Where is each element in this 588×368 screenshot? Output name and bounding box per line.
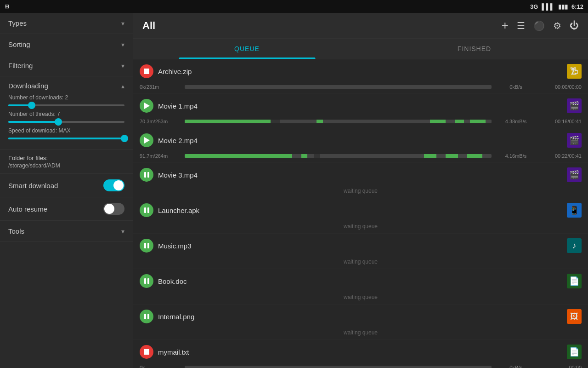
file-type-icon: 🎬 (567, 133, 582, 148)
pause-bar (147, 172, 149, 178)
chevron-down-icon: ▾ (121, 41, 124, 48)
download-header: Movie 3.mp4 🎬 (133, 163, 588, 187)
play-button[interactable] (140, 133, 153, 147)
progress-speed: 4.38mB/s (495, 119, 537, 124)
main-content: All + ☰ ⚫ ⚙ ⏻ QUEUE FINISHED Archive.zip… (133, 13, 588, 368)
num-downloads-label: Number of downloads: 2 (8, 94, 124, 101)
globe-icon[interactable]: ⚫ (533, 20, 545, 31)
pause-bar (147, 314, 149, 319)
add-button[interactable]: + (502, 18, 509, 33)
sidebar-item-types[interactable]: Types ▾ (0, 13, 133, 34)
progress-row: 70.3m/253m 4.38mB/s 00:16/00:41 (133, 118, 588, 128)
list-item: Archive.zip 🗜 0k/231m 0kB/s 00:00/00:00 (133, 59, 588, 94)
download-filename: Archive.zip (158, 68, 562, 75)
pause-icon (144, 314, 149, 319)
download-filename: mymail.txt (158, 348, 562, 356)
pause-button[interactable] (140, 310, 153, 323)
list-item: mymail.txt 📄 0k 0kB/s 00:00 (133, 340, 588, 368)
pause-bar (144, 207, 146, 213)
progress-speed: 0kB/s (495, 365, 537, 368)
smart-download-toggle[interactable] (103, 179, 124, 191)
download-filename: Movie 3.mp4 (158, 171, 562, 179)
file-type-icon: 🗜 (567, 64, 582, 79)
list-item: Internal.png 🖼 waiting queue (133, 305, 588, 340)
sidebar-item-downloading: Downloading ▴ Number of downloads: 2 Num… (0, 76, 133, 150)
list-icon[interactable]: ☰ (517, 20, 525, 31)
pause-bar (147, 278, 149, 284)
filtering-label: Filtering (8, 62, 33, 69)
download-filename: Book.doc (158, 277, 562, 285)
download-filename: Movie 1.mp4 (158, 102, 562, 110)
pause-icon (144, 172, 149, 178)
chevron-down-icon: ▾ (121, 20, 124, 27)
play-icon (144, 137, 150, 144)
pause-button[interactable] (140, 168, 153, 182)
signal-icon: ▌▌▌ (542, 3, 554, 10)
auto-resume-knob (104, 204, 114, 214)
types-label: Types (8, 19, 27, 27)
page-title: All (142, 20, 502, 32)
file-type-icon: 🖼 (567, 309, 582, 324)
sidebar-item-sorting[interactable]: Sorting ▾ (0, 34, 133, 55)
folder-label: Folder for files: (8, 155, 124, 161)
progress-track (185, 120, 492, 123)
auto-resume-toggle[interactable] (103, 203, 124, 215)
download-filename: Launcher.apk (158, 207, 562, 214)
network-indicator: 3G (530, 3, 538, 10)
speed-slider[interactable] (8, 138, 124, 139)
settings-icon[interactable]: ⚙ (553, 20, 561, 31)
pause-button[interactable] (140, 239, 153, 253)
sidebar-item-tools[interactable]: Tools ▾ (0, 221, 133, 242)
num-threads-thumb[interactable] (55, 118, 62, 126)
stop-icon (144, 349, 149, 355)
progress-time: 00:00/00:00 (540, 84, 582, 90)
sidebar-item-filtering[interactable]: Filtering ▾ (0, 55, 133, 76)
progress-size: 0k/231m (140, 84, 181, 90)
battery-icon: ▮▮▮ (558, 3, 568, 10)
downloading-header[interactable]: Downloading ▴ (8, 82, 124, 90)
file-type-icon: ♪ (567, 238, 582, 253)
progress-time: 00:00 (540, 365, 582, 368)
pause-button[interactable] (140, 274, 153, 288)
download-filename: Internal.png (158, 313, 562, 321)
power-icon[interactable]: ⏻ (570, 20, 579, 31)
num-downloads-slider[interactable] (8, 104, 124, 106)
speed-thumb[interactable] (121, 135, 128, 142)
tab-finished[interactable]: FINISHED (361, 39, 588, 59)
progress-time: 00:16/00:41 (540, 119, 582, 124)
file-type-icon: 📄 (567, 345, 582, 359)
tab-queue[interactable]: QUEUE (133, 39, 361, 59)
stop-button[interactable] (140, 64, 153, 78)
progress-time: 00:22/00:41 (540, 153, 582, 159)
toolbar: All + ☰ ⚫ ⚙ ⏻ (133, 13, 588, 39)
progress-row: 91.7m/264m 4.16mB/s 00:22/00:41 (133, 152, 588, 162)
list-item: Movie 3.mp4 🎬 waiting queue (133, 163, 588, 198)
tools-label: Tools (8, 227, 24, 235)
app-icon: ⊞ (5, 3, 9, 10)
smart-download-label: Smart download (8, 182, 58, 190)
app-container: Types ▾ Sorting ▾ Filtering ▾ Downloadin… (0, 13, 588, 368)
list-item: Launcher.apk 📱 waiting queue (133, 198, 588, 234)
download-header: Movie 2.mp4 🎬 (133, 128, 588, 152)
play-button[interactable] (140, 99, 153, 113)
sorting-label: Sorting (8, 40, 30, 48)
download-header: Book.doc 📄 (133, 269, 588, 293)
num-threads-slider[interactable] (8, 121, 124, 123)
file-type-icon: 📱 (567, 203, 582, 218)
sidebar: Types ▾ Sorting ▾ Filtering ▾ Downloadin… (0, 13, 133, 368)
smart-download-row: Smart download (0, 174, 133, 197)
progress-size: 91.7m/264m (140, 153, 181, 159)
num-downloads-setting: Number of downloads: 2 (8, 94, 124, 106)
progress-size: 70.3m/253m (140, 119, 181, 124)
progress-speed: 0kB/s (495, 84, 537, 90)
list-item: Book.doc 📄 waiting queue (133, 269, 588, 305)
pause-icon (144, 207, 149, 213)
waiting-status: waiting queue (133, 222, 588, 233)
toolbar-actions: + ☰ ⚫ ⚙ ⏻ (502, 18, 579, 33)
list-item: Music.mp3 ♪ waiting queue (133, 234, 588, 269)
stop-button[interactable] (140, 345, 153, 359)
download-header: Archive.zip 🗜 (133, 59, 588, 83)
num-downloads-thumb[interactable] (28, 102, 35, 109)
smart-download-knob (113, 180, 124, 190)
pause-button[interactable] (140, 203, 153, 217)
